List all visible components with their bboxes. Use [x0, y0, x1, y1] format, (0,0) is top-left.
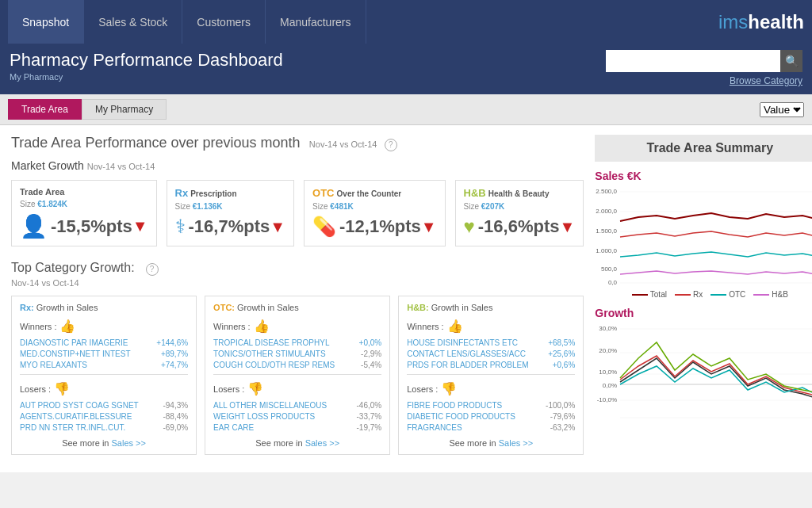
my-pharmacy-tab[interactable]: My Pharmacy — [82, 99, 167, 120]
cat-item-name[interactable]: TROPICAL DISEASE PROPHYL — [213, 338, 329, 347]
rx-losers-label: Losers : 👎 — [20, 381, 188, 396]
cat-item-name[interactable]: DIAGNOSTIC PAR IMAGERIE — [20, 338, 128, 347]
cat-item-val: -79,6% — [550, 412, 576, 421]
kpi-hb-arrow: ▼ — [560, 218, 576, 236]
search-input[interactable] — [606, 50, 780, 72]
tab-manufacturers[interactable]: Manufacturers — [266, 0, 366, 44]
list-item: MYO RELAXANTS +74,7% — [20, 361, 188, 369]
list-item: PRD NN STER TR.INFL.CUT. -69,0% — [20, 423, 188, 432]
value-select[interactable]: Value — [760, 102, 804, 117]
sales-chart-label: Sales €K — [595, 170, 812, 182]
cat-item-val: -5,4% — [361, 361, 381, 369]
sales-chart-legend: Total Rx OTC H&B — [595, 290, 812, 299]
performance-info-icon[interactable]: ? — [385, 139, 397, 151]
kpi-trade-area: Trade Area Size €1.824K 👤 -15,5%pts ▼ — [11, 180, 157, 246]
cat-item-val: +0,6% — [553, 361, 576, 369]
cat-item-name[interactable]: PRDS FOR BLADDER PROBLEM — [407, 361, 528, 369]
svg-text:1.500,0: 1.500,0 — [596, 227, 618, 235]
cat-item-name[interactable]: CONTACT LENS/GLASSES/ACC — [407, 349, 526, 358]
cat-item-val: +74,7% — [161, 361, 188, 369]
legend-rx: Rx — [675, 290, 703, 299]
logo-health: health — [748, 11, 804, 32]
cat-item-val: -69,0% — [163, 423, 188, 432]
cat-item-name[interactable]: HOUSE DISINFECTANTS ETC — [407, 338, 518, 347]
svg-text:-10,0%: -10,0% — [597, 396, 617, 403]
cat-item-val: -19,7% — [357, 423, 382, 432]
left-panel: Trade Area Performance over previous mon… — [11, 135, 584, 463]
cat-item-name[interactable]: FRAGRANCES — [407, 423, 462, 432]
cat-growth-info-icon[interactable]: ? — [146, 263, 159, 276]
rx-see-more-link[interactable]: Sales >> — [112, 438, 146, 448]
cat-item-name[interactable]: MYO RELAXANTS — [20, 361, 87, 369]
list-item: AGENTS.CURATIF.BLESSURE -88,4% — [20, 412, 188, 421]
hb-see-more-link[interactable]: Sales >> — [499, 438, 533, 448]
cat-cols: Rx: Growth in Sales Winners : 👍 DIAGNOST… — [11, 296, 584, 455]
kpi-hb-size: Size €207K — [464, 202, 576, 211]
tab-customers[interactable]: Customers — [182, 0, 266, 44]
performance-header: Trade Area Performance over previous mon… — [11, 135, 584, 151]
growth-chart: 30,0% 20,0% 10,0% 0,0% -10,0% — [595, 323, 812, 426]
cat-item-val: +68,5% — [548, 338, 575, 347]
cat-item-name[interactable]: TONICS/OTHER STIMULANTS — [213, 349, 326, 358]
kpi-hb-value: -16,6%pts — [478, 216, 560, 237]
svg-text:10,0%: 10,0% — [599, 369, 618, 376]
list-item: MED.CONSTIP+NETT INTEST +89,7% — [20, 349, 188, 358]
cat-item-name[interactable]: AGENTS.CURATIF.BLESSURE — [20, 412, 132, 421]
hb-losers-label: Losers : 👎 — [407, 381, 575, 396]
hb-winners-label: Winners : 👍 — [407, 319, 575, 334]
list-item: DIAGNOSTIC PAR IMAGERIE +144,6% — [20, 338, 188, 347]
cat-item-name[interactable]: COUGH COLD/OTH RESP REMS — [213, 361, 335, 369]
cat-item-name[interactable]: FIBRE FOOD PRODUCTS — [407, 401, 502, 410]
cat-item-name[interactable]: EAR CARE — [213, 423, 254, 432]
hb-icon: ♥ — [464, 216, 475, 238]
kpi-row: Trade Area Size €1.824K 👤 -15,5%pts ▼ Rx… — [11, 180, 584, 246]
right-panel: Trade Area Summary Sales €K 2.500,0 2.00… — [595, 135, 812, 463]
tab-sales-stock[interactable]: Sales & Stock — [84, 0, 182, 44]
main-content: Trade Area Performance over previous mon… — [0, 125, 812, 472]
legend-hb: H&B — [753, 290, 788, 299]
market-growth-title: Market Growth Nov-14 vs Oct-14 — [11, 159, 584, 172]
otc-see-more: See more in Sales >> — [213, 438, 381, 448]
person-icon: 👤 — [20, 213, 48, 239]
rx-thumbs-down-icon: 👎 — [54, 381, 70, 396]
kpi-trade-area-value: -15,5%pts — [51, 216, 132, 237]
logo-ims: ims — [718, 11, 748, 32]
cat-item-name[interactable]: DIABETIC FOOD PRODUCTS — [407, 412, 515, 421]
list-item: COUGH COLD/OTH RESP REMS -5,4% — [213, 361, 381, 369]
cat-col-hb-title: H&B: Growth in Sales — [407, 303, 575, 312]
list-item: PRDS FOR BLADDER PROBLEM +0,6% — [407, 361, 575, 369]
cat-item-name[interactable]: MED.CONSTIP+NETT INTEST — [20, 349, 131, 358]
sales-chart-section: Sales €K 2.500,0 2.000,0 1.500,0 1.000,0… — [595, 170, 812, 299]
sub-header: Pharmacy Performance Dashboard My Pharma… — [0, 44, 812, 94]
otc-see-more-link[interactable]: Sales >> — [305, 438, 339, 448]
list-item: WEIGHT LOSS PRODUCTS -33,7% — [213, 412, 381, 421]
legend-total: Total — [632, 290, 667, 299]
legend-otc: OTC — [710, 290, 745, 299]
trade-area-tab[interactable]: Trade Area — [8, 99, 82, 120]
header: Snapshot Sales & Stock Customers Manufac… — [0, 0, 812, 44]
cat-item-name[interactable]: WEIGHT LOSS PRODUCTS — [213, 412, 315, 421]
svg-text:2.000,0: 2.000,0 — [596, 208, 618, 215]
kpi-trade-area-size: Size €1.824K — [20, 200, 148, 208]
kpi-hb-bottom: ♥ -16,6%pts ▼ — [464, 216, 576, 238]
cat-item-name[interactable]: PRD NN STER TR.INFL.CUT. — [20, 423, 125, 432]
kpi-otc-size: Size €481K — [312, 202, 437, 211]
svg-text:20,0%: 20,0% — [599, 347, 618, 354]
svg-text:2.500,0: 2.500,0 — [596, 188, 618, 195]
kpi-trade-area-label: Trade Area — [20, 187, 148, 197]
search-button[interactable]: 🔍 — [780, 50, 802, 72]
rx-icon: ⚕ — [175, 216, 186, 238]
list-item: AUT PROD SYST COAG SGNET -94,3% — [20, 401, 188, 410]
tabs-bar: Trade Area My Pharmacy Value — [0, 94, 812, 125]
cat-item-name[interactable]: ALL OTHER MISCELLANEOUS — [213, 401, 327, 410]
svg-text:12 months: 12 months — [703, 287, 733, 288]
cat-item-val: -100,0% — [546, 401, 575, 410]
kpi-otc-label: OTC Over the Counter — [312, 187, 437, 199]
svg-text:0,0: 0,0 — [608, 279, 618, 286]
tab-snapshot[interactable]: Snapshot — [8, 0, 84, 44]
browse-category-link[interactable]: Browse Category — [730, 75, 802, 86]
svg-text:0,0%: 0,0% — [603, 382, 617, 389]
list-item: FIBRE FOOD PRODUCTS -100,0% — [407, 401, 575, 410]
content-area: Trade Area Performance over previous mon… — [11, 135, 801, 463]
cat-item-name[interactable]: AUT PROD SYST COAG SGNET — [20, 401, 139, 410]
